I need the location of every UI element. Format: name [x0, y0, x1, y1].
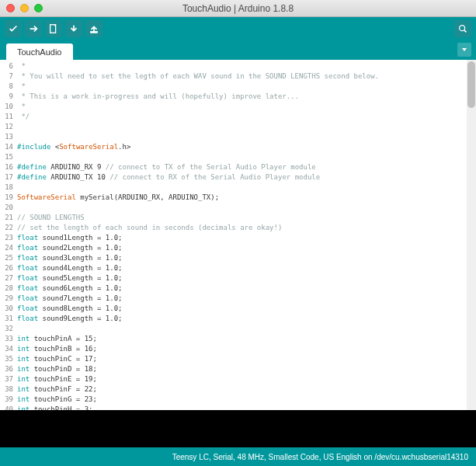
line-number: 22 — [0, 223, 17, 233]
line-number: 40 — [0, 405, 17, 410]
code-editor[interactable]: 6 *7 * You will need to set the legth of… — [0, 60, 476, 410]
svg-rect-1 — [91, 32, 98, 33]
line-number: 18 — [0, 183, 17, 193]
titlebar: TouchAudio | Arduino 1.8.8 — [0, 0, 476, 17]
code-line[interactable]: 11 */ — [0, 112, 476, 122]
code-line[interactable]: 37int touchPinE = 19; — [0, 374, 476, 384]
code-line[interactable]: 32 — [0, 324, 476, 334]
line-number: 38 — [0, 384, 17, 395]
code-line[interactable]: 22// set the length of each sound in sec… — [0, 223, 476, 233]
code-line[interactable]: 23float sound1Length = 1.0; — [0, 233, 476, 243]
line-number: 7 — [0, 71, 17, 82]
line-number: 24 — [0, 243, 17, 253]
new-button[interactable] — [45, 20, 62, 37]
code-line[interactable]: 14#include <SoftwareSerial.h> — [0, 142, 476, 152]
line-number: 37 — [0, 374, 17, 384]
code-line[interactable]: 26float sound4Length = 1.0; — [0, 263, 476, 273]
line-number: 19 — [0, 193, 17, 203]
line-number: 23 — [0, 233, 17, 243]
line-number: 8 — [0, 82, 17, 92]
upload-button[interactable] — [25, 20, 42, 37]
code-line[interactable]: 16#define ARDUINO_RX 9 // connect to TX … — [0, 162, 476, 172]
code-line[interactable]: 27float sound5Length = 1.0; — [0, 273, 476, 283]
code-line[interactable]: 8 * — [0, 82, 476, 92]
line-number: 34 — [0, 344, 17, 354]
code-line[interactable]: 20 — [0, 203, 476, 213]
code-line[interactable]: 33int touchPinA = 15; — [0, 334, 476, 344]
line-number: 29 — [0, 294, 17, 304]
code-line[interactable]: 31float sound9Length = 1.0; — [0, 314, 476, 324]
line-number: 33 — [0, 334, 17, 344]
line-number: 26 — [0, 263, 17, 273]
tab-bar: TouchAudio — [0, 40, 476, 60]
code-line[interactable]: 29float sound7Length = 1.0; — [0, 294, 476, 304]
line-number: 10 — [0, 102, 17, 112]
code-line[interactable]: 19SoftwareSerial mySerial(ARDUINO_RX, AR… — [0, 193, 476, 203]
toolbar — [0, 17, 476, 40]
line-number: 25 — [0, 253, 17, 263]
line-number: 16 — [0, 162, 17, 172]
close-window-icon[interactable] — [6, 4, 15, 12]
code-line[interactable]: 38int touchPinF = 22; — [0, 384, 476, 395]
svg-line-3 — [464, 30, 467, 33]
line-number: 14 — [0, 142, 17, 152]
code-line[interactable]: 30float sound8Length = 1.0; — [0, 304, 476, 314]
line-number: 17 — [0, 172, 17, 183]
code-line[interactable]: 34int touchPinB = 16; — [0, 344, 476, 354]
code-line[interactable]: 28float sound6Length = 1.0; — [0, 283, 476, 294]
open-button[interactable] — [65, 20, 82, 37]
code-line[interactable]: 40int touchPinH = 3; — [0, 405, 476, 410]
code-line[interactable]: 24float sound2Length = 1.0; — [0, 243, 476, 253]
line-number: 20 — [0, 203, 17, 213]
code-line[interactable]: 7 * You will need to set the legth of ea… — [0, 71, 476, 82]
code-line[interactable]: 36int touchPinD = 18; — [0, 364, 476, 374]
svg-point-2 — [460, 26, 465, 31]
line-number: 11 — [0, 112, 17, 122]
line-number: 12 — [0, 122, 17, 132]
serial-monitor-button[interactable] — [454, 20, 471, 37]
line-number: 35 — [0, 354, 17, 364]
line-number: 39 — [0, 395, 17, 405]
tab-menu-button[interactable] — [457, 43, 471, 57]
window-title: TouchAudio | Arduino 1.8.8 — [0, 3, 476, 14]
tab-touchaudio[interactable]: TouchAudio — [6, 43, 73, 60]
code-line[interactable]: 25float sound3Length = 1.0; — [0, 253, 476, 263]
line-number: 28 — [0, 283, 17, 294]
line-number: 36 — [0, 364, 17, 374]
board-info: Teensy LC, Serial, 48 MHz, Smallest Code… — [172, 453, 468, 461]
code-line[interactable]: 9 * This is a work in-progress and will … — [0, 92, 476, 102]
code-line[interactable]: 18 — [0, 183, 476, 193]
line-number: 15 — [0, 152, 17, 162]
code-line[interactable]: 15 — [0, 152, 476, 162]
line-number: 9 — [0, 92, 17, 102]
save-button[interactable] — [85, 20, 102, 37]
code-line[interactable]: 39int touchPinG = 23; — [0, 395, 476, 405]
traffic-lights — [0, 4, 43, 12]
code-line[interactable]: 21// SOUND LENGTHS — [0, 213, 476, 223]
console-panel — [0, 410, 476, 447]
line-number: 21 — [0, 213, 17, 223]
line-number: 32 — [0, 324, 17, 334]
scrollbar[interactable] — [467, 60, 476, 410]
code-line[interactable]: 10 * — [0, 102, 476, 112]
zoom-window-icon[interactable] — [34, 4, 43, 12]
status-bar: Teensy LC, Serial, 48 MHz, Smallest Code… — [0, 447, 476, 466]
code-line[interactable]: 13 — [0, 132, 476, 142]
code-line[interactable]: 17#define ARDUINO_TX 10 // connect to RX… — [0, 172, 476, 183]
code-line[interactable]: 6 * — [0, 61, 476, 71]
line-number: 6 — [0, 61, 17, 71]
code-line[interactable]: 35int touchPinC = 17; — [0, 354, 476, 364]
line-number: 30 — [0, 304, 17, 314]
verify-button[interactable] — [5, 20, 22, 37]
minimize-window-icon[interactable] — [20, 4, 29, 12]
line-number: 13 — [0, 132, 17, 142]
line-number: 31 — [0, 314, 17, 324]
scrollbar-thumb[interactable] — [467, 61, 475, 108]
code-line[interactable]: 12 — [0, 122, 476, 132]
line-number: 27 — [0, 273, 17, 283]
